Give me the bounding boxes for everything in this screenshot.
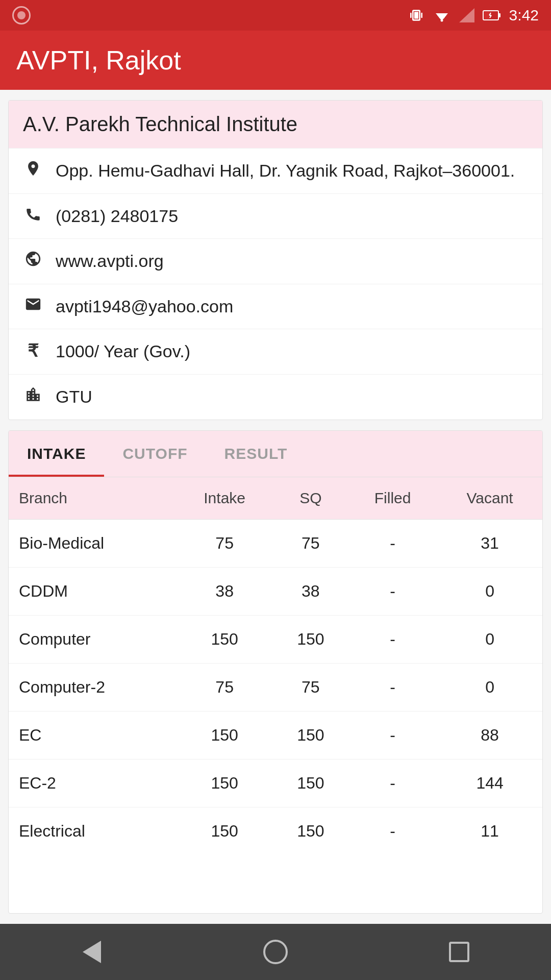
recent-icon — [449, 942, 469, 962]
cell-branch-4: EC — [9, 711, 176, 759]
cell-branch-3: Computer-2 — [9, 663, 176, 711]
status-bar-right: 3:42 — [408, 7, 539, 24]
signal-icon — [459, 8, 474, 22]
svg-rect-2 — [414, 12, 418, 18]
cell-sq-0: 75 — [273, 519, 348, 567]
table-row: EC-2 150 150 - 144 — [9, 759, 542, 807]
globe-icon — [23, 250, 43, 272]
cell-intake-5: 150 — [176, 759, 273, 807]
wifi-icon — [433, 8, 451, 22]
cell-vacant-2: 0 — [437, 615, 542, 663]
cell-branch-1: CDDM — [9, 567, 176, 615]
svg-marker-9 — [459, 8, 474, 22]
cell-branch-0: Bio-Medical — [9, 519, 176, 567]
table-row: EC 150 150 - 88 — [9, 711, 542, 759]
cell-intake-2: 150 — [176, 615, 273, 663]
affiliation-text: GTU — [56, 385, 92, 409]
cell-vacant-5: 144 — [437, 759, 542, 807]
cell-filled-5: - — [348, 759, 437, 807]
cell-intake-3: 75 — [176, 663, 273, 711]
col-vacant: Vacant — [437, 477, 542, 520]
col-intake: Intake — [176, 477, 273, 520]
table-row: Bio-Medical 75 75 - 31 — [9, 519, 542, 567]
battery-icon — [483, 9, 501, 22]
cell-sq-1: 38 — [273, 567, 348, 615]
svg-point-8 — [440, 19, 443, 22]
cell-filled-3: - — [348, 663, 437, 711]
table-row: Electrical 150 150 - 11 — [9, 807, 542, 855]
table-header-row: Branch Intake SQ Filled Vacant — [9, 477, 542, 520]
phone-icon — [23, 205, 43, 227]
cell-filled-4: - — [348, 711, 437, 759]
cell-sq-3: 75 — [273, 663, 348, 711]
status-time: 3:42 — [509, 7, 539, 24]
col-filled: Filled — [348, 477, 437, 520]
cell-vacant-6: 11 — [437, 807, 542, 855]
cell-filled-6: - — [348, 807, 437, 855]
cell-intake-1: 38 — [176, 567, 273, 615]
phone-text: (0281) 2480175 — [56, 204, 178, 229]
nav-bar — [0, 924, 551, 980]
app-icon — [12, 6, 31, 24]
cell-intake-6: 150 — [176, 807, 273, 855]
intake-table: Branch Intake SQ Filled Vacant Bio-Medic… — [9, 477, 542, 855]
rupee-icon: ₹ — [23, 340, 43, 361]
cell-sq-5: 150 — [273, 759, 348, 807]
cell-vacant-0: 31 — [437, 519, 542, 567]
email-icon — [23, 296, 43, 317]
col-sq: SQ — [273, 477, 348, 520]
status-bar-left — [12, 6, 31, 24]
table-row: Computer-2 75 75 - 0 — [9, 663, 542, 711]
tabs-header: INTAKE CUTOFF RESULT — [9, 431, 542, 477]
tab-intake[interactable]: INTAKE — [9, 431, 104, 477]
website-text: www.avpti.org — [56, 249, 164, 274]
nav-back-button[interactable] — [71, 932, 112, 972]
table-row: Computer 150 150 - 0 — [9, 615, 542, 663]
tabs-card: INTAKE CUTOFF RESULT Branch Intake SQ Fi… — [8, 430, 543, 914]
cell-branch-2: Computer — [9, 615, 176, 663]
location-icon — [23, 160, 43, 181]
cell-sq-2: 150 — [273, 615, 348, 663]
svg-rect-12 — [484, 12, 489, 19]
tab-result[interactable]: RESULT — [206, 431, 306, 477]
info-card: A.V. Parekh Technical Institute Opp. Hem… — [8, 100, 543, 420]
nav-home-button[interactable] — [255, 932, 296, 972]
app-bar: AVPTI, Rajkot — [0, 31, 551, 90]
cell-sq-4: 150 — [273, 711, 348, 759]
address-row: Opp. Hemu-Gadhavi Hall, Dr. Yagnik Road,… — [9, 148, 542, 193]
table-row: CDDM 38 38 - 0 — [9, 567, 542, 615]
cell-vacant-4: 88 — [437, 711, 542, 759]
status-bar: 3:42 — [0, 0, 551, 31]
cell-sq-6: 150 — [273, 807, 348, 855]
col-branch: Branch — [9, 477, 176, 520]
svg-rect-3 — [410, 13, 412, 18]
fees-row: ₹ 1000/ Year (Gov.) — [9, 329, 542, 374]
svg-rect-11 — [498, 13, 500, 17]
cell-intake-0: 75 — [176, 519, 273, 567]
email-row: avpti1948@yahoo.com — [9, 284, 542, 329]
svg-rect-4 — [421, 13, 422, 18]
app-bar-title: AVPTI, Rajkot — [16, 45, 181, 76]
nav-recent-button[interactable] — [439, 932, 480, 972]
cell-intake-4: 150 — [176, 711, 273, 759]
website-row: www.avpti.org — [9, 238, 542, 284]
cell-vacant-1: 0 — [437, 567, 542, 615]
cell-filled-1: - — [348, 567, 437, 615]
app-logo-icon — [16, 10, 27, 20]
svg-point-0 — [17, 11, 26, 19]
cell-branch-5: EC-2 — [9, 759, 176, 807]
address-text: Opp. Hemu-Gadhavi Hall, Dr. Yagnik Road,… — [56, 159, 515, 183]
phone-row: (0281) 2480175 — [9, 193, 542, 239]
cell-filled-2: - — [348, 615, 437, 663]
fees-text: 1000/ Year (Gov.) — [56, 339, 190, 364]
tab-cutoff[interactable]: CUTOFF — [104, 431, 206, 477]
institute-name: A.V. Parekh Technical Institute — [9, 101, 542, 148]
vibrate-icon — [408, 7, 424, 23]
back-icon — [83, 941, 101, 963]
cell-branch-6: Electrical — [9, 807, 176, 855]
affiliation-row: GTU — [9, 374, 542, 420]
building-icon — [23, 386, 43, 407]
home-icon — [263, 940, 288, 964]
email-text: avpti1948@yahoo.com — [56, 295, 233, 319]
cell-filled-0: - — [348, 519, 437, 567]
